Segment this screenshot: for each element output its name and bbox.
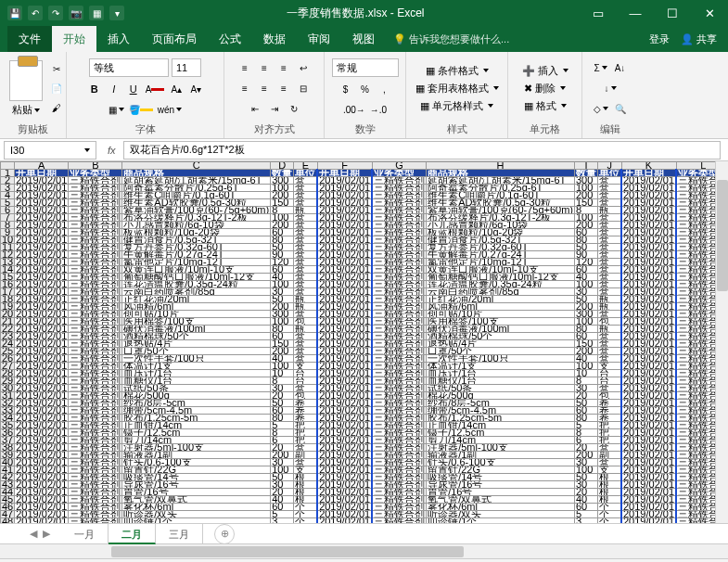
cell[interactable]: 三精铁合剂 bbox=[69, 363, 122, 370]
cell[interactable]: 50 bbox=[271, 400, 294, 407]
cell[interactable]: 三精铁合剂 bbox=[69, 444, 122, 452]
comma-button[interactable]: , bbox=[377, 81, 393, 97]
cell[interactable]: 2019/02/01 bbox=[317, 452, 372, 459]
cell[interactable]: 2019/02/01 bbox=[317, 392, 372, 400]
cell[interactable]: 200 bbox=[575, 222, 598, 229]
cell[interactable]: 副 bbox=[598, 452, 622, 459]
cell[interactable]: 支 bbox=[598, 363, 622, 370]
cell[interactable]: 盒 bbox=[294, 199, 318, 207]
cell[interactable]: 雾化杯/6ml bbox=[427, 504, 575, 511]
close-icon[interactable]: ✕ bbox=[691, 0, 728, 26]
cell[interactable]: 2019/02/01 bbox=[621, 340, 676, 348]
cell[interactable]: 盒 bbox=[598, 229, 622, 236]
cell[interactable]: 2019/02/01 bbox=[15, 214, 69, 222]
cell[interactable]: 吸痰管/14号 bbox=[427, 474, 575, 481]
cell[interactable]: 阿奇霉素分散片/0.25g-6T bbox=[427, 185, 575, 192]
cell[interactable]: 2019/02/01 bbox=[15, 407, 69, 415]
cell[interactable]: 三精铁合剂 bbox=[372, 489, 427, 496]
cell[interactable]: 维生素C咀嚼片/0.1g-60T bbox=[122, 192, 271, 199]
cell[interactable]: 60 bbox=[575, 504, 598, 511]
cell[interactable]: 盒 bbox=[598, 251, 622, 259]
cell[interactable]: 2019/02/01 bbox=[317, 222, 372, 229]
row-header[interactable]: 32 bbox=[1, 400, 15, 407]
underline-button[interactable]: U bbox=[125, 81, 142, 97]
cell[interactable]: 300 bbox=[575, 311, 598, 318]
row-header[interactable]: 9 bbox=[1, 229, 15, 236]
fx-icon[interactable]: fx bbox=[100, 145, 123, 156]
cell[interactable]: 三精铁合剂 bbox=[372, 407, 427, 415]
row-header[interactable]: 19 bbox=[1, 303, 15, 311]
cell[interactable]: 2019/02/01 bbox=[317, 318, 372, 326]
cell[interactable]: 棉花/500g bbox=[427, 392, 575, 400]
row-header[interactable]: 22 bbox=[1, 326, 15, 333]
cell[interactable]: 云南白药喷雾剂/85g bbox=[122, 288, 271, 296]
cell[interactable]: 盒 bbox=[294, 229, 318, 236]
cell[interactable]: 2019/02/01 bbox=[621, 274, 676, 281]
cell[interactable]: 2019/02/01 bbox=[15, 363, 69, 370]
cell[interactable]: 2019/02/01 bbox=[15, 511, 69, 518]
align-center-button[interactable]: ≡ bbox=[256, 80, 273, 96]
cell[interactable]: 2019/02/01 bbox=[15, 259, 69, 266]
cell[interactable]: 纱布/8层-5cm bbox=[122, 400, 271, 407]
cell[interactable]: 60 bbox=[575, 266, 598, 274]
cell[interactable]: 8 bbox=[271, 377, 294, 385]
cell[interactable]: 复方丹参片/0.32g-60T bbox=[427, 244, 575, 251]
merge-button[interactable]: ⊟ bbox=[295, 80, 312, 96]
cell[interactable]: 盒 bbox=[294, 259, 318, 266]
cell[interactable]: 90 bbox=[271, 251, 294, 259]
cell[interactable]: 胶布/1.25cm-5m bbox=[122, 415, 271, 422]
row-header[interactable]: 7 bbox=[1, 214, 15, 222]
cell[interactable]: 2019/02/01 bbox=[15, 348, 69, 355]
cell[interactable]: 台 bbox=[294, 370, 318, 377]
cell[interactable]: 2019/02/01 bbox=[621, 318, 676, 326]
cell[interactable]: 2019/02/01 bbox=[621, 185, 676, 192]
cell[interactable]: 包 bbox=[294, 392, 318, 400]
cell[interactable]: 2019/02/01 bbox=[621, 496, 676, 504]
cell[interactable]: 50 bbox=[271, 474, 294, 481]
cell[interactable]: 三精铁合剂 bbox=[69, 177, 122, 185]
cell[interactable]: 盒 bbox=[294, 251, 318, 259]
cell[interactable]: 三精铁合剂 bbox=[69, 229, 122, 236]
cell[interactable]: 延胡索延胡/江胡素米/15mg-6T bbox=[122, 177, 271, 185]
cell[interactable]: 牛黄解毒片/0.27g-24T bbox=[427, 251, 575, 259]
cell[interactable]: 三精铁合剂 bbox=[69, 415, 122, 422]
cell[interactable]: 纱布/8层-5cm bbox=[427, 400, 575, 407]
cell[interactable]: 8 bbox=[575, 207, 598, 214]
cell[interactable]: 2019/02/01 bbox=[317, 236, 372, 244]
cell[interactable]: 镊子/12.5cm bbox=[427, 429, 575, 437]
tab-data[interactable]: 数据 bbox=[252, 26, 297, 52]
add-sheet-button[interactable]: ⊕ bbox=[214, 524, 235, 544]
tab-view[interactable]: 视图 bbox=[341, 26, 386, 52]
tab-nav-left[interactable]: ◀ bbox=[30, 528, 37, 540]
cell[interactable]: 2019/02/01 bbox=[15, 429, 69, 437]
cell[interactable]: 根 bbox=[294, 489, 318, 496]
cell[interactable]: 止血钳/14cm bbox=[427, 422, 575, 429]
align-bottom-button[interactable]: ≡ bbox=[275, 59, 292, 76]
row-header[interactable]: 35 bbox=[1, 422, 15, 429]
row-header[interactable]: 33 bbox=[1, 407, 15, 415]
cell[interactable]: 三精铁合剂 bbox=[372, 340, 427, 348]
cell[interactable]: 150 bbox=[575, 340, 598, 348]
cell[interactable]: 120 bbox=[575, 259, 598, 266]
clear-button[interactable]: ◇ bbox=[593, 100, 609, 117]
cell[interactable]: 2019/02/01 bbox=[621, 437, 676, 444]
cell[interactable]: 正红花油/20ml bbox=[122, 296, 271, 303]
cell[interactable]: 瓶 bbox=[598, 207, 622, 214]
row-header[interactable]: 26 bbox=[1, 355, 15, 363]
cell[interactable]: 三精铁合剂 bbox=[372, 518, 427, 524]
cell[interactable]: 30 bbox=[271, 459, 294, 466]
cell[interactable]: 胶布/1.25cm-5m bbox=[427, 415, 575, 422]
cell[interactable]: 三精铁合剂 bbox=[69, 355, 122, 363]
cell[interactable]: 2019/02/01 bbox=[15, 444, 69, 452]
cell[interactable]: 2019/02/01 bbox=[317, 207, 372, 214]
cell[interactable]: 80 bbox=[271, 326, 294, 333]
cell[interactable]: 2019/02/01 bbox=[621, 377, 676, 385]
cell[interactable]: 盒 bbox=[598, 274, 622, 281]
minimize-icon[interactable]: — bbox=[617, 0, 654, 26]
cell[interactable]: 个 bbox=[294, 511, 318, 518]
cell[interactable]: 个 bbox=[598, 518, 622, 524]
cell[interactable]: 2019/02/01 bbox=[15, 251, 69, 259]
cell[interactable]: 听诊器/双头 bbox=[427, 511, 575, 518]
cell[interactable]: 100 bbox=[271, 185, 294, 192]
cell[interactable]: 2019/02/01 bbox=[317, 466, 372, 474]
